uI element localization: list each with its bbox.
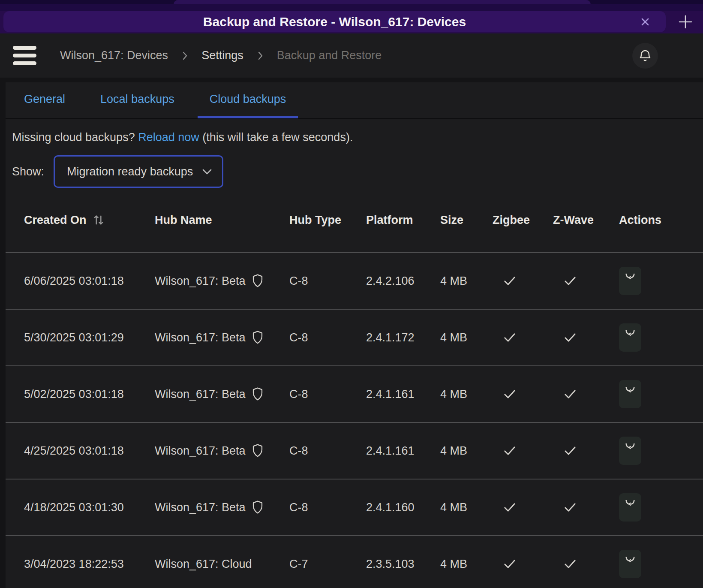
- backup-tabs: General Local backups Cloud backups: [6, 82, 703, 119]
- cell-hub-type: C-8: [289, 444, 366, 458]
- settings-panel: General Local backups Cloud backups Miss…: [6, 82, 703, 588]
- cell-hub-name: Wilson_617: Beta: [155, 274, 289, 288]
- titlebar-top-strip: [0, 0, 703, 4]
- restore-icon: [623, 387, 637, 401]
- active-window-tab[interactable]: Backup and Restore - Wilson_617: Devices: [3, 11, 666, 32]
- zigbee-check-icon: [493, 556, 553, 572]
- shield-icon: [251, 443, 264, 458]
- window-titlebar: Backup and Restore - Wilson_617: Devices: [0, 0, 703, 33]
- zigbee-check-icon: [493, 443, 553, 458]
- zwave-check-icon: [553, 273, 619, 289]
- cell-hub-name: Wilson_617: Cloud: [155, 558, 289, 571]
- column-header-created-on[interactable]: Created On: [24, 213, 155, 227]
- plus-icon: [677, 13, 694, 30]
- tab-local-backups[interactable]: Local backups: [88, 82, 186, 118]
- restore-backup-button[interactable]: [619, 550, 641, 578]
- shield-icon: [251, 330, 264, 345]
- cell-platform: 2.4.1.172: [366, 331, 440, 344]
- cell-platform: 2.4.1.161: [366, 388, 440, 401]
- tab-cloud-backups[interactable]: Cloud backups: [198, 82, 298, 118]
- zwave-check-icon: [553, 443, 619, 458]
- cell-hub-name: Wilson_617: Beta: [155, 387, 289, 401]
- restore-icon: [623, 274, 637, 288]
- column-header-hub-name: Hub Name: [155, 214, 289, 227]
- titlebar-mid-strip: [0, 4, 703, 11]
- zwave-check-icon: [553, 386, 619, 402]
- shield-icon: [251, 274, 264, 288]
- shield-icon: [251, 387, 264, 401]
- close-tab-button[interactable]: [625, 11, 666, 32]
- restore-icon: [623, 500, 637, 515]
- breadcrumb-item-backup-restore: Backup and Restore: [277, 49, 382, 62]
- menu-button[interactable]: [13, 46, 36, 65]
- cell-platform: 2.4.2.106: [366, 274, 440, 288]
- zwave-check-icon: [553, 556, 619, 572]
- table-row: 5/30/2025 03:01:29 Wilson_617: Beta C-8 …: [6, 309, 703, 365]
- bell-icon: [637, 48, 653, 63]
- breadcrumb-item-settings[interactable]: Settings: [201, 49, 243, 62]
- column-header-actions: Actions: [619, 214, 703, 227]
- cell-hub-type: C-8: [289, 501, 366, 514]
- restore-backup-button[interactable]: [619, 267, 641, 295]
- cell-created-on: 5/30/2025 03:01:29: [24, 331, 155, 344]
- backup-filter-select[interactable]: Migration ready backups: [54, 155, 223, 188]
- restore-icon: [623, 443, 637, 458]
- close-icon: [638, 15, 652, 29]
- notifications-button[interactable]: [632, 43, 658, 69]
- hamburger-icon: [13, 46, 36, 50]
- cell-size: 4 MB: [440, 331, 493, 344]
- cell-size: 4 MB: [440, 388, 493, 401]
- titlebar-top-strip-highlight: [174, 0, 591, 4]
- cell-platform: 2.4.1.160: [366, 501, 440, 514]
- zwave-check-icon: [553, 330, 619, 345]
- zigbee-check-icon: [493, 273, 553, 289]
- titlebar-tab-row: Backup and Restore - Wilson_617: Devices: [0, 11, 703, 33]
- zigbee-check-icon: [493, 386, 553, 402]
- cell-created-on: 5/02/2025 03:01:18: [24, 388, 155, 401]
- shield-icon: [251, 500, 264, 515]
- column-header-zigbee: Zigbee: [493, 214, 553, 227]
- restore-backup-button[interactable]: [619, 493, 641, 522]
- tab-general[interactable]: General: [12, 82, 77, 118]
- chevron-right-icon: [255, 50, 266, 61]
- column-header-zwave: Z-Wave: [553, 214, 619, 227]
- restore-icon: [623, 330, 637, 345]
- notice-prefix: Missing cloud backups?: [12, 131, 138, 144]
- table-row: 4/18/2025 03:01:30 Wilson_617: Beta C-8 …: [6, 479, 703, 535]
- chevron-down-icon: [201, 165, 213, 178]
- cell-created-on: 4/25/2025 03:01:18: [24, 444, 155, 458]
- cell-hub-name: Wilson_617: Beta: [155, 500, 289, 515]
- chevron-right-icon: [179, 50, 190, 61]
- cell-hub-type: C-7: [289, 558, 366, 571]
- filter-row: Show: Migration ready backups: [12, 155, 703, 188]
- app-header: Wilson_617: Devices Settings Backup and …: [0, 33, 703, 78]
- restore-backup-button[interactable]: [619, 437, 641, 465]
- sort-icon[interactable]: [92, 213, 105, 227]
- table-row: 3/04/2023 18:22:53 Wilson_617: Cloud C-7…: [6, 535, 703, 588]
- breadcrumb-item-devices[interactable]: Wilson_617: Devices: [60, 49, 168, 62]
- reload-now-link[interactable]: Reload now: [138, 131, 199, 144]
- table-row: 5/02/2025 03:01:18 Wilson_617: Beta C-8 …: [6, 365, 703, 422]
- cell-size: 4 MB: [440, 501, 493, 514]
- new-tab-button[interactable]: [677, 13, 694, 30]
- restore-icon: [623, 557, 637, 571]
- notice-suffix: (this will take a few seconds).: [199, 131, 353, 144]
- cell-hub-name: Wilson_617: Beta: [155, 330, 289, 345]
- cell-hub-type: C-8: [289, 331, 366, 344]
- restore-backup-button[interactable]: [619, 323, 641, 352]
- table-row: 6/06/2025 03:01:18 Wilson_617: Beta C-8 …: [6, 252, 703, 309]
- selected-filter-value: Migration ready backups: [55, 165, 193, 178]
- zwave-check-icon: [553, 500, 619, 515]
- breadcrumb: Wilson_617: Devices Settings Backup and …: [60, 49, 382, 62]
- column-header-platform: Platform: [366, 214, 440, 227]
- cell-size: 4 MB: [440, 558, 493, 571]
- cell-created-on: 3/04/2023 18:22:53: [24, 558, 155, 571]
- column-header-size: Size: [440, 214, 493, 227]
- header-divider: [0, 78, 703, 82]
- zigbee-check-icon: [493, 330, 553, 345]
- restore-backup-button[interactable]: [619, 380, 641, 408]
- table-header-row: Created On Hub Name Hub Type Platform Si…: [6, 207, 703, 233]
- missing-backups-notice: Missing cloud backups? Reload now (this …: [6, 119, 703, 145]
- cell-hub-type: C-8: [289, 388, 366, 401]
- show-label: Show:: [12, 165, 44, 178]
